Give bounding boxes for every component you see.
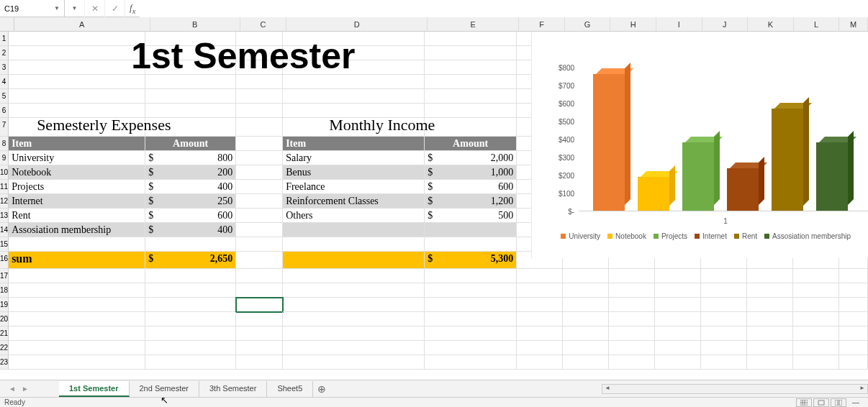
cell[interactable] <box>236 269 283 283</box>
cell[interactable] <box>747 269 793 283</box>
cell[interactable] <box>283 298 425 312</box>
name-box-dropdown-icon[interactable]: ▼ <box>54 5 60 12</box>
row-header[interactable]: 15 <box>0 237 9 252</box>
cell[interactable] <box>839 298 868 312</box>
cell[interactable] <box>655 341 701 355</box>
table-cell[interactable]: Projects <box>9 180 145 194</box>
cell[interactable] <box>283 269 425 283</box>
table-cell[interactable] <box>283 223 425 237</box>
table-cell[interactable]: Freelance <box>283 180 425 194</box>
table-cell[interactable]: $800 <box>145 151 236 165</box>
cell[interactable] <box>655 298 701 312</box>
cell[interactable] <box>9 298 145 312</box>
row-header[interactable]: 1 <box>0 32 9 46</box>
cell[interactable] <box>747 355 793 370</box>
cell[interactable] <box>839 341 868 355</box>
cell[interactable] <box>839 312 868 326</box>
cell[interactable] <box>283 341 425 355</box>
cell[interactable] <box>425 298 517 312</box>
cell[interactable] <box>701 341 747 355</box>
table-cell[interactable]: $600 <box>145 209 236 223</box>
cell[interactable] <box>9 341 145 355</box>
cell[interactable] <box>145 312 236 326</box>
row-header[interactable]: 6 <box>0 104 9 118</box>
cell[interactable] <box>701 298 747 312</box>
cell[interactable] <box>655 269 701 283</box>
row-header[interactable]: 2 <box>0 46 9 60</box>
row-header[interactable]: 3 <box>0 60 9 75</box>
row-header[interactable]: 5 <box>0 89 9 104</box>
cell[interactable] <box>839 283 868 298</box>
cell[interactable] <box>609 341 655 355</box>
cell[interactable] <box>563 355 609 370</box>
cell[interactable] <box>283 312 425 326</box>
cell[interactable] <box>747 312 793 326</box>
cell[interactable] <box>563 298 609 312</box>
row-header[interactable]: 18 <box>0 283 9 298</box>
cell[interactable] <box>655 312 701 326</box>
cell[interactable] <box>425 326 517 341</box>
cell[interactable] <box>9 355 145 370</box>
cell[interactable] <box>701 312 747 326</box>
tab-nav-prev-icon[interactable]: ◄ <box>6 385 19 393</box>
cell[interactable] <box>609 312 655 326</box>
table-cell[interactable]: $500 <box>425 209 517 223</box>
select-all-corner[interactable] <box>0 17 14 31</box>
table-cell[interactable]: Benus <box>283 165 425 180</box>
table-cell[interactable] <box>425 223 517 237</box>
table-cell[interactable]: Internet <box>9 194 145 209</box>
cell[interactable] <box>236 326 283 341</box>
sheet-tab[interactable]: 2nd Semester <box>130 381 199 397</box>
row-header[interactable]: 19 <box>0 298 9 312</box>
cell[interactable] <box>145 269 236 283</box>
col-header[interactable]: K <box>748 17 794 31</box>
col-header[interactable]: E <box>428 17 519 31</box>
table-cell[interactable]: Salary <box>283 151 425 165</box>
cell[interactable] <box>793 269 839 283</box>
row-header[interactable]: 21 <box>0 326 9 341</box>
cell[interactable] <box>283 283 425 298</box>
row-header[interactable]: 14 <box>0 223 9 237</box>
col-header[interactable]: H <box>610 17 656 31</box>
cell[interactable] <box>563 283 609 298</box>
cell[interactable] <box>701 355 747 370</box>
cell[interactable] <box>609 355 655 370</box>
cancel-formula-button[interactable]: ✕ <box>85 0 105 17</box>
cell[interactable] <box>839 326 868 341</box>
table-cell[interactable]: Assosiation membership <box>9 223 145 237</box>
cell[interactable] <box>236 298 283 312</box>
view-page-layout-button[interactable] <box>813 398 829 407</box>
cell[interactable] <box>517 312 563 326</box>
row-header[interactable]: 10 <box>0 165 9 180</box>
scroll-right-icon[interactable]: ► <box>857 385 867 393</box>
cell[interactable] <box>609 298 655 312</box>
cell[interactable] <box>701 326 747 341</box>
cell[interactable] <box>793 341 839 355</box>
table-cell[interactable]: $600 <box>425 180 517 194</box>
formula-input[interactable] <box>140 0 868 17</box>
sheet-tab[interactable]: Sheet5 <box>267 381 313 397</box>
table-cell[interactable]: $400 <box>145 223 236 237</box>
cell[interactable] <box>563 326 609 341</box>
col-header[interactable]: J <box>702 17 749 31</box>
col-header[interactable]: I <box>656 17 702 31</box>
col-header[interactable]: D <box>286 17 428 31</box>
cell[interactable] <box>425 312 517 326</box>
cell[interactable] <box>9 269 145 283</box>
cell[interactable] <box>747 283 793 298</box>
cell[interactable] <box>425 269 517 283</box>
cell[interactable] <box>563 269 609 283</box>
cell[interactable] <box>655 326 701 341</box>
row-header[interactable]: 16 <box>0 252 9 269</box>
cell[interactable] <box>655 355 701 370</box>
table-cell[interactable]: $1,000 <box>425 165 517 180</box>
cell[interactable] <box>609 326 655 341</box>
row-header[interactable]: 17 <box>0 269 9 283</box>
cells-area[interactable]: 1st Semester Semesterly Expenses Monthly… <box>9 32 868 370</box>
add-sheet-button[interactable]: ⊕ <box>313 383 330 395</box>
fx-icon[interactable]: fx <box>125 2 140 15</box>
cell[interactable] <box>236 283 283 298</box>
cell[interactable] <box>236 312 283 326</box>
zoom-out-button[interactable]: — <box>848 398 864 407</box>
table-cell[interactable]: University <box>9 151 145 165</box>
